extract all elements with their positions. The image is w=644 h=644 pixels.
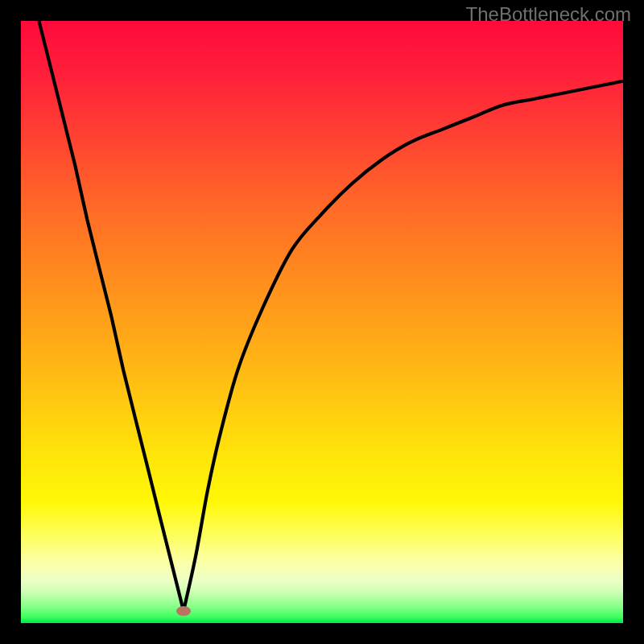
right-branch-path (184, 81, 623, 611)
curve-layer (21, 21, 623, 623)
chart-stage: TheBottleneck.com (0, 0, 644, 644)
left-branch-path (39, 21, 184, 611)
watermark-text: TheBottleneck.com (466, 3, 631, 26)
